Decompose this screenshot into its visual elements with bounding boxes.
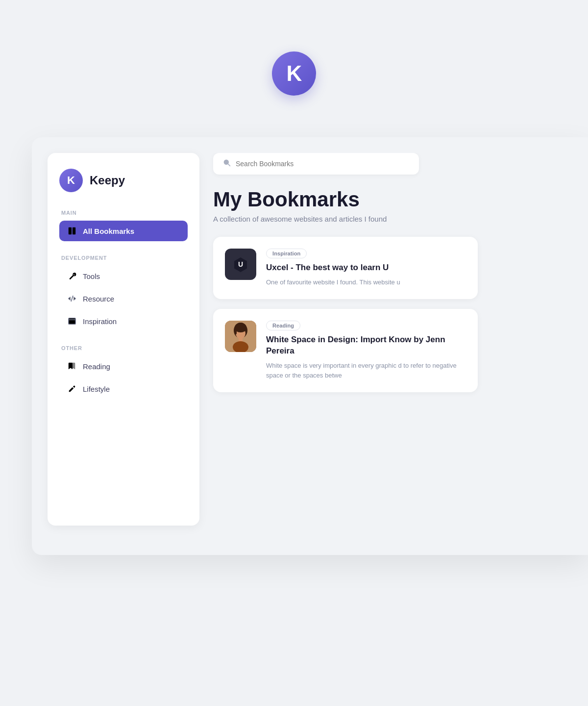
svg-rect-15: [235, 328, 237, 334]
book-icon: [67, 361, 77, 371]
uxcel-logo: U: [230, 253, 251, 275]
wrench-icon: [67, 271, 77, 281]
sidebar-app-name: Keepy: [90, 174, 125, 187]
browser-icon: [67, 316, 77, 326]
sidebar-logo-letter: K: [67, 174, 75, 187]
card-tag-uxcel: Inspiration: [266, 249, 307, 258]
card-desc-whitespace: White space is very important in every g…: [266, 361, 466, 380]
sidebar-item-reading[interactable]: Reading: [59, 356, 188, 377]
app-logo-top: K: [272, 51, 316, 96]
svg-text:U: U: [238, 260, 243, 268]
card-desc-uxcel: One of favourite website I found. This w…: [266, 277, 466, 287]
sidebar-section-development: DEVELOPMENT Tools Resource: [59, 255, 188, 331]
search-icon: [223, 159, 231, 169]
page-subtitle: A collection of awesome websites and art…: [213, 215, 588, 223]
bookmark-icon: [67, 226, 77, 236]
sidebar-section-main: MAIN All Bookmarks: [59, 210, 188, 241]
card-tag-whitespace: Reading: [266, 321, 300, 330]
sidebar-item-label-inspiration: Inspiration: [83, 317, 117, 326]
svg-rect-0: [69, 227, 72, 234]
sidebar-item-all-bookmarks[interactable]: All Bookmarks: [59, 221, 188, 241]
sidebar-item-label-tools: Tools: [83, 272, 100, 280]
sidebar-item-label-resource: Resource: [83, 295, 114, 303]
svg-line-6: [228, 164, 230, 166]
search-bar[interactable]: [213, 153, 419, 175]
bookmark-card-uxcel[interactable]: U Inspiration Uxcel - The best way to le…: [213, 237, 478, 299]
search-input[interactable]: [236, 160, 409, 168]
sidebar-item-label-reading: Reading: [83, 362, 110, 371]
card-title-whitespace: White Space in Design: Import Know by Je…: [266, 334, 466, 357]
pen-icon: [67, 384, 77, 394]
main-content: My Bookmarks A collection of awesome web…: [199, 153, 588, 526]
page-title: My Bookmarks: [213, 188, 588, 211]
sidebar: K Keepy MAIN All Bookmarks DEVELOPMENT: [48, 153, 199, 526]
sidebar-item-label-lifestyle: Lifestyle: [83, 385, 110, 393]
svg-rect-1: [73, 227, 75, 234]
sidebar-item-resource[interactable]: Resource: [59, 288, 188, 309]
card-thumbnail-uxcel: U: [225, 249, 256, 280]
bookmark-card-whitespace[interactable]: Reading White Space in Design: Import Kn…: [213, 309, 478, 392]
card-body-uxcel: Inspiration Uxcel - The best way to lear…: [266, 249, 466, 287]
sidebar-logo: K: [59, 169, 83, 192]
card-thumbnail-whitespace: [225, 321, 256, 352]
sidebar-item-inspiration[interactable]: Inspiration: [59, 311, 188, 331]
card-body-whitespace: Reading White Space in Design: Import Kn…: [266, 321, 466, 380]
section-label-other: OTHER: [59, 345, 188, 351]
svg-line-2: [71, 296, 73, 302]
svg-rect-3: [69, 318, 75, 325]
sidebar-item-label-all-bookmarks: All Bookmarks: [83, 227, 134, 235]
card-title-uxcel: Uxcel - The best way to learn U: [266, 262, 466, 274]
sidebar-header: K Keepy: [59, 169, 188, 192]
section-label-development: DEVELOPMENT: [59, 255, 188, 261]
section-label-main: MAIN: [59, 210, 188, 216]
logo-letter: K: [287, 61, 302, 86]
sidebar-section-other: OTHER Reading Lifestyle: [59, 345, 188, 399]
sidebar-item-lifestyle[interactable]: Lifestyle: [59, 378, 188, 399]
browser-window: K Keepy MAIN All Bookmarks DEVELOPMENT: [32, 137, 588, 555]
code-icon: [67, 294, 77, 303]
sidebar-item-tools[interactable]: Tools: [59, 266, 188, 286]
